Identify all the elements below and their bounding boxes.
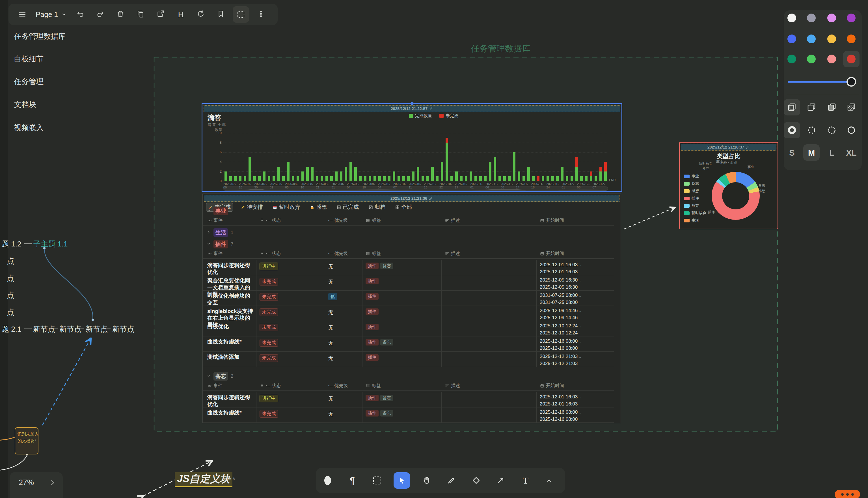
start-time[interactable]: 2025-12-12 21:03→2025-12-12 21:03 [540,353,582,367]
filter-tab-暂时放弃[interactable]: 暂时放弃 [271,203,302,211]
canvas-frame-title[interactable]: 白板细节 [14,54,43,64]
frame-title-label[interactable]: 任务管理数据库 [471,43,530,55]
column-header-状态[interactable]: •—状态 [260,218,281,224]
fill-style-transparent[interactable] [784,99,800,116]
status-badge[interactable]: 进行中 [260,395,278,402]
mindmap-node[interactable]: 点 [7,290,14,300]
bookmark-button[interactable] [213,6,229,23]
start-time[interactable]: 2025-12-09 14:46→2025-12-09 14:46 [540,307,582,321]
white-dashed-arrow-donut[interactable] [624,208,674,229]
duplicate-button[interactable] [132,6,149,23]
tag-chip[interactable]: 插件 [366,339,379,345]
column-header-优先级[interactable]: •—优先级 [328,383,348,389]
trash-button[interactable] [112,6,128,23]
table-row[interactable]: 滴答同步逻辑还得优化进行中无插件备忘2025-12-01 16:03→2025-… [203,392,614,407]
color-swatch[interactable] [827,55,836,63]
priority-value[interactable]: 无 [328,340,333,346]
table-row[interactable]: singleblock块支持在右上角显示块的属性未完成无插件2025-12-09… [203,305,614,321]
size-option-XL[interactable]: XL [843,148,859,158]
color-swatch[interactable] [827,14,836,22]
priority-value[interactable]: 无 [328,410,333,417]
legend-item[interactable]: 放弃 [684,203,706,208]
fill-style-pattern[interactable] [843,99,859,116]
selection-handle[interactable] [410,102,413,105]
start-time[interactable]: 2025-12-10 12:24→2025-12-10 12:24 [540,323,582,336]
mindmap-node[interactable]: 题 2.1 [2,324,21,334]
stroke-style-dashed[interactable] [803,122,820,139]
filter-tab-归档[interactable]: 归档 [366,203,387,211]
tag-chip[interactable]: 插件 [366,263,379,269]
task-title[interactable]: 可以优化创建块的交互 [207,292,253,306]
legend-item[interactable]: 备忘 [684,181,706,186]
chart-scrollbar[interactable] [223,186,608,191]
mindmap-curve-connector[interactable] [44,248,93,320]
frame-tool-button[interactable] [369,472,385,489]
status-badge[interactable]: 进行中 [260,263,278,270]
column-header-描述[interactable]: 描述 [445,218,460,224]
tag-chip[interactable]: 备忘 [380,410,393,417]
page-switcher[interactable]: Page 1 [33,6,70,23]
color-swatch[interactable] [847,35,856,43]
tag-chip[interactable]: 备忘 [380,395,393,401]
status-badge[interactable]: 未完成 [260,309,278,316]
ellipse-tool-button[interactable] [320,472,336,489]
task-title[interactable]: 测试滴答添加 [207,354,253,361]
menu-button[interactable] [14,6,30,23]
column-header-事件[interactable]: 事件 [207,383,222,389]
task-title[interactable]: 滴答同步逻辑还得优化 [207,262,253,276]
column-header-事件[interactable]: 事件 [207,251,222,257]
task-title[interactable]: 白板优化 [207,323,253,330]
column-header-描述[interactable]: 描述 [445,251,460,257]
start-time[interactable]: 2025-12-01 16:03→2025-12-01 16:03 [540,394,582,407]
priority-value[interactable]: 无 [328,324,333,331]
tag-chip[interactable]: 备忘 [380,263,393,269]
chevron-down-icon[interactable] [207,374,211,379]
block-header[interactable]: 2025/12/12 21:22:57 [204,105,620,112]
status-badge[interactable]: 未完成 [260,354,278,362]
select-tool-button[interactable] [394,472,410,489]
legend-item[interactable]: 生活 [684,218,706,223]
hand-tool-button[interactable] [418,472,435,489]
mindmap-subtopic[interactable]: 子主题 1.1 [33,239,68,249]
redo-button[interactable] [92,6,109,23]
text-tool-button[interactable]: T [517,472,534,489]
canvas-frame-title[interactable]: 任务管理数据库 [14,31,66,41]
color-swatch[interactable] [807,35,816,43]
sticky-note[interactable]: 识别未加入 的文档块* [15,427,39,455]
column-header-标签[interactable]: 标签 [366,218,381,224]
block-header[interactable]: 2025/12/12 21:21:36 [204,195,620,202]
column-header-状态[interactable]: •—状态 [260,251,281,257]
filter-tab-全部[interactable]: 全部 [393,203,414,211]
tag-chip[interactable]: 插件 [366,354,379,361]
more-actions-pill[interactable] [835,490,860,498]
mindmap-node[interactable]: 点 [7,307,14,317]
priority-value[interactable]: 无 [328,355,333,362]
chevron-down-icon[interactable] [207,209,211,214]
column-header-标签[interactable]: 标签 [366,383,381,389]
embedded-table-block[interactable]: 2025/12/12 21:21:36 未完成待安排暂时放弃感想已完成归档全部 … [202,194,621,423]
table-row[interactable]: 聚合汇总要优化同一文档重复插入的问题未完成无插件2025-12-05 16:30… [203,275,614,290]
group-label-row[interactable]: 事业 [207,207,228,215]
color-swatch[interactable] [827,35,836,43]
tag-chip[interactable]: 插件 [366,309,379,315]
column-header-开始时间[interactable]: 开始时间 [540,251,564,257]
legend-item[interactable]: 暂时放弃 [684,210,706,215]
column-header-事件[interactable]: 事件 [207,218,222,224]
legend-item[interactable]: 感想 [684,188,706,194]
color-swatch[interactable] [787,14,796,22]
column-header-状态[interactable]: •—状态 [260,383,281,389]
priority-value[interactable]: 无 [328,309,333,316]
open-in-button[interactable] [152,6,169,23]
column-header-描述[interactable]: 描述 [445,383,460,389]
fill-style-gray[interactable] [824,99,840,116]
frame-select-button[interactable] [233,6,249,23]
group-label-row[interactable]: 生活1 [207,228,233,237]
status-badge[interactable]: 未完成 [260,410,278,418]
start-time[interactable]: 2031-07-25 08:00→2031-07-25 08:00 [540,292,582,305]
color-swatch[interactable] [847,55,856,63]
start-time[interactable]: 2025-12-16 08:00→2025-12-16 08:00 [540,338,582,351]
canvas-frame-title[interactable]: 文档块 [14,100,36,109]
color-swatch[interactable] [807,55,816,63]
heading-button[interactable]: H [173,6,189,23]
mindmap-node[interactable]: 新节点 [112,324,134,334]
